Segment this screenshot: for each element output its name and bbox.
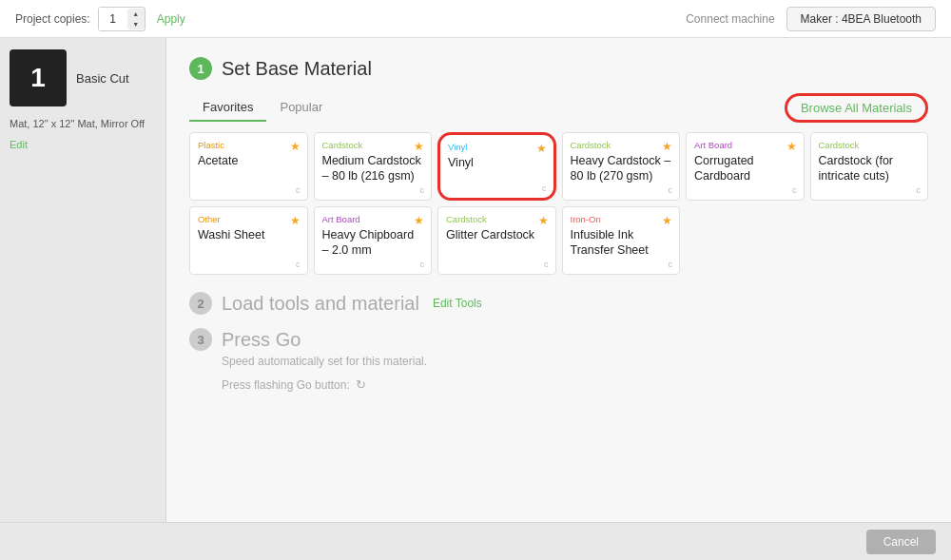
browse-all-wrapper: Browse All Materials [785, 93, 928, 123]
material-card-heavy-chipboard[interactable]: Art Board Heavy Chipboard – 2.0 mm ★ c [314, 206, 433, 275]
cut-label: Basic Cut [76, 71, 129, 86]
mat-card: 1 [10, 49, 67, 106]
material-category: Iron-On [571, 214, 672, 224]
material-category: Cardstock [571, 140, 672, 150]
star-icon: ★ [662, 140, 672, 153]
material-name: Heavy Cardstock – 80 lb (270 gsm) [571, 153, 672, 184]
step3-section: 3 Press Go Speed automatically set for t… [189, 328, 928, 392]
copy-icon: c [296, 185, 301, 195]
star-icon: ★ [536, 142, 547, 155]
step2-title: Load tools and material [222, 293, 419, 315]
material-category: Art Board [322, 214, 424, 224]
material-card-intricate-cardstock[interactable]: Cardstock Cardstock (for intricate cuts)… [810, 132, 929, 201]
tab-popular[interactable]: Popular [266, 94, 336, 122]
copies-up-button[interactable]: ▲ [127, 9, 145, 19]
star-icon: ★ [290, 214, 301, 227]
step2-circle: 2 [189, 292, 212, 315]
step1-circle: 1 [189, 57, 212, 80]
copies-input[interactable]: 1 [99, 8, 127, 30]
edit-link[interactable]: Edit [10, 139, 156, 150]
refresh-icon: ↻ [356, 377, 366, 392]
step2-header: 2 Load tools and material Edit Tools [189, 292, 928, 315]
step3-speed-desc: Speed automatically set for this materia… [222, 355, 928, 368]
bottom-bar: Cancel [0, 522, 951, 560]
step1-header: 1 Set Base Material [189, 57, 928, 80]
material-category: Cardstock [322, 140, 424, 150]
copy-icon: c [792, 185, 797, 195]
material-name: Glitter Cardstock [446, 227, 548, 242]
material-category: Other [198, 214, 300, 224]
step3-header: 3 Press Go [189, 328, 928, 351]
connect-machine-label: Connect machine [686, 12, 774, 26]
copy-icon: c [917, 185, 922, 195]
mat-number: 1 [30, 63, 46, 93]
browse-all-button[interactable]: Browse All Materials [785, 93, 928, 123]
star-icon: ★ [414, 140, 424, 153]
copy-icon: c [669, 185, 673, 195]
material-category: Plastic [198, 140, 300, 150]
machine-button[interactable]: Maker : 4BEA Bluetooth [786, 7, 936, 31]
material-category: Cardstock [819, 140, 921, 150]
sidebar: 1 Basic Cut Mat, 12" x 12" Mat, Mirror O… [0, 38, 166, 522]
material-category: Vinyl [448, 142, 546, 152]
step3-title: Press Go [222, 329, 301, 351]
material-card-corrugated[interactable]: Art Board Corrugated Cardboard ★ c [686, 132, 805, 201]
material-name: Vinyl [448, 155, 546, 170]
copy-icon: c [669, 260, 673, 269]
material-grid: Plastic Acetate ★ c Cardstock Medium Car… [189, 132, 928, 275]
step3-circle: 3 [189, 328, 212, 351]
star-icon: ★ [414, 214, 424, 227]
tab-favorites[interactable]: Favorites [189, 94, 266, 122]
sidebar-cut-row: 1 Basic Cut [10, 49, 156, 106]
star-icon: ★ [290, 140, 301, 153]
copies-arrows: ▲ ▼ [127, 9, 145, 29]
material-name: Heavy Chipboard – 2.0 mm [322, 227, 424, 259]
star-icon: ★ [786, 140, 797, 153]
material-name: Corrugated Cardboard [694, 153, 796, 184]
star-icon: ★ [662, 214, 672, 227]
apply-button[interactable]: Apply [153, 10, 189, 28]
step2-section: 2 Load tools and material Edit Tools [189, 292, 928, 315]
copy-icon: c [542, 183, 547, 193]
copy-icon: c [420, 260, 425, 269]
copy-icon: c [420, 185, 425, 195]
press-go-text: Press flashing Go button: [222, 378, 350, 392]
press-go-row: Press flashing Go button: ↻ [222, 377, 928, 392]
step1-title: Set Base Material [222, 58, 372, 80]
material-tabs: Favorites Popular [189, 94, 336, 122]
cancel-button[interactable]: Cancel [866, 530, 936, 554]
top-bar: Project copies: 1 ▲ ▼ Apply Connect mach… [0, 0, 951, 38]
material-name: Infusible Ink Transfer Sheet [571, 227, 672, 259]
material-category: Cardstock [446, 214, 548, 224]
mat-info: Mat, 12" x 12" Mat, Mirror Off [10, 118, 156, 129]
material-card-glitter-cardstock[interactable]: Cardstock Glitter Cardstock ★ c [437, 206, 556, 275]
material-name: Washi Sheet [198, 227, 300, 242]
tabs-row: Favorites Popular Browse All Materials [189, 93, 928, 123]
material-name: Acetate [198, 153, 300, 168]
star-icon: ★ [538, 214, 549, 227]
project-copies-label: Project copies: [15, 12, 90, 26]
material-card-vinyl[interactable]: Vinyl Vinyl ★ c [437, 132, 556, 201]
top-bar-left: Project copies: 1 ▲ ▼ Apply [15, 7, 189, 31]
material-name: Medium Cardstock – 80 lb (216 gsm) [322, 153, 424, 184]
copy-icon: c [296, 260, 301, 269]
material-card-infusible-ink[interactable]: Iron-On Infusible Ink Transfer Sheet ★ c [562, 206, 681, 275]
copy-icon: c [544, 260, 549, 269]
material-card-acetate[interactable]: Plastic Acetate ★ c [189, 132, 308, 201]
content-area: 1 Set Base Material Favorites Popular Br… [166, 38, 951, 522]
material-category: Art Board [694, 140, 796, 150]
main-layout: 1 Basic Cut Mat, 12" x 12" Mat, Mirror O… [0, 38, 951, 522]
material-card-medium-cardstock[interactable]: Cardstock Medium Cardstock – 80 lb (216 … [314, 132, 433, 201]
edit-tools-link[interactable]: Edit Tools [433, 297, 482, 310]
copies-down-button[interactable]: ▼ [127, 19, 145, 29]
material-card-heavy-cardstock[interactable]: Cardstock Heavy Cardstock – 80 lb (270 g… [562, 132, 681, 201]
material-card-washi[interactable]: Other Washi Sheet ★ c [189, 206, 308, 275]
top-bar-right: Connect machine Maker : 4BEA Bluetooth [686, 7, 936, 31]
material-name: Cardstock (for intricate cuts) [819, 153, 921, 184]
